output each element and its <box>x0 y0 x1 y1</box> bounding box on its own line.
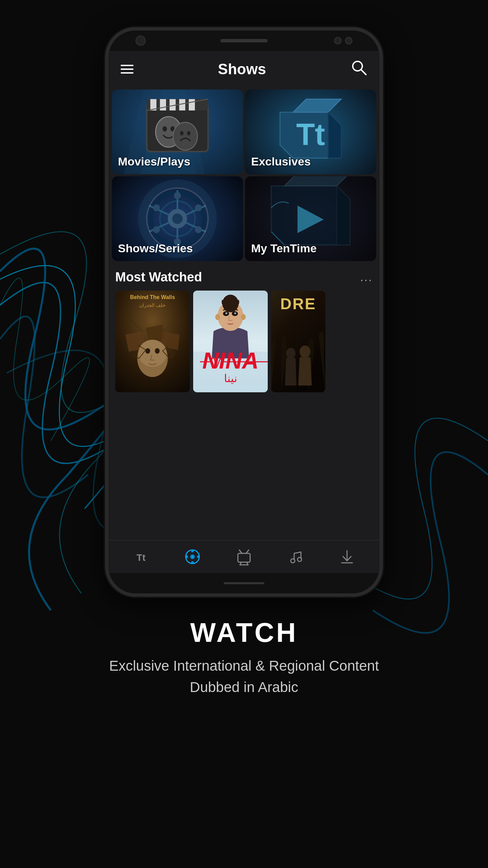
more-options-button[interactable]: ... <box>360 271 373 284</box>
svg-point-34 <box>174 192 181 199</box>
thumbnail-dream[interactable]: DRE <box>271 291 325 392</box>
svg-rect-10 <box>169 99 176 111</box>
sensor-dot-2 <box>345 37 352 44</box>
speaker <box>220 39 268 42</box>
watch-subtitle-line2: Dubbed in Arabic <box>190 679 298 695</box>
svg-text:نینا: نینا <box>224 372 237 384</box>
svg-point-63 <box>241 314 246 320</box>
phone-bottom-bar <box>108 573 380 593</box>
svg-point-82 <box>197 555 200 558</box>
thumbnail-nina[interactable]: NINA نینا <box>193 291 268 392</box>
sensor-dot-1 <box>334 37 342 44</box>
svg-point-19 <box>187 131 190 135</box>
svg-rect-83 <box>238 553 250 562</box>
svg-point-54 <box>155 348 160 354</box>
front-camera <box>136 36 146 46</box>
svg-point-33 <box>172 214 183 224</box>
svg-point-68 <box>222 295 239 312</box>
svg-rect-12 <box>189 99 195 111</box>
app-header: Shows <box>108 51 380 87</box>
header-title: Shows <box>218 61 266 78</box>
svg-point-80 <box>191 561 194 564</box>
svg-point-74 <box>300 346 310 358</box>
svg-text:DRE: DRE <box>280 295 316 313</box>
svg-point-15 <box>163 126 167 131</box>
thumbnails-row: Behind The Walls خلف الجدران <box>115 291 373 392</box>
my-tentime-label: My TenTime <box>251 242 317 255</box>
svg-point-35 <box>195 204 202 211</box>
category-exclusives[interactable]: Tt Exclusives <box>245 90 376 174</box>
exclusives-label: Exclusives <box>251 155 311 168</box>
watch-subtitle-line1: Exclusive International & Regional Conte… <box>109 658 379 674</box>
svg-point-67 <box>234 312 236 314</box>
svg-text:خلف الجدران: خلف الجدران <box>139 302 166 308</box>
tt-logo-icon: Tt <box>131 547 151 567</box>
thumbnail-behind-walls[interactable]: Behind The Walls خلف الجدران <box>115 291 190 392</box>
svg-point-18 <box>180 131 183 135</box>
menu-line-1 <box>121 65 134 66</box>
bottom-navigation: Tt <box>108 540 380 573</box>
watch-title: WATCH <box>109 617 379 648</box>
svg-point-53 <box>145 348 150 354</box>
live-tv-icon <box>234 547 254 567</box>
music-icon <box>285 547 306 567</box>
svg-point-73 <box>286 348 296 359</box>
phone-notch <box>108 31 380 51</box>
bottom-text-section: WATCH Exclusive International & Regional… <box>75 617 413 698</box>
most-watched-section: Most Watched ... <box>108 263 380 396</box>
watch-subtitle: Exclusive International & Regional Conte… <box>109 655 379 698</box>
shows-nav-icon <box>182 547 203 567</box>
nav-live-tv[interactable] <box>234 547 254 567</box>
svg-point-78 <box>191 556 194 558</box>
home-indicator <box>224 582 264 584</box>
svg-line-2 <box>361 70 366 75</box>
svg-text:Behind The Walls: Behind The Walls <box>130 294 175 300</box>
svg-rect-11 <box>179 99 185 111</box>
svg-point-79 <box>191 550 194 552</box>
categories-grid: Movies/Plays <box>108 87 380 263</box>
svg-point-90 <box>298 557 302 561</box>
section-title: Most Watched <box>115 270 202 284</box>
category-my-tentime[interactable]: My TenTime <box>245 176 376 261</box>
svg-point-66 <box>225 312 227 314</box>
svg-point-39 <box>153 204 160 211</box>
svg-point-89 <box>291 559 295 563</box>
download-icon <box>337 547 357 567</box>
most-watched-header: Most Watched ... <box>115 270 373 284</box>
svg-point-62 <box>215 314 220 320</box>
menu-line-2 <box>121 68 134 70</box>
category-shows-series[interactable]: Shows/Series <box>112 176 243 261</box>
search-button[interactable] <box>350 59 367 79</box>
menu-button[interactable] <box>121 65 134 74</box>
svg-point-81 <box>185 555 188 558</box>
nav-shows[interactable] <box>182 547 203 567</box>
svg-text:Tt: Tt <box>137 552 145 563</box>
movies-plays-label: Movies/Plays <box>118 155 190 168</box>
nav-music[interactable] <box>285 547 306 567</box>
svg-rect-9 <box>160 99 166 111</box>
sensors <box>334 37 352 44</box>
menu-line-3 <box>121 72 134 74</box>
nav-download[interactable] <box>337 547 357 567</box>
category-movies-plays[interactable]: Movies/Plays <box>112 90 243 174</box>
svg-point-36 <box>195 226 202 233</box>
nav-tt-logo[interactable]: Tt <box>131 547 151 567</box>
phone-device: Shows <box>105 27 383 597</box>
phone-screen: Shows <box>108 51 380 573</box>
svg-point-38 <box>153 226 160 233</box>
svg-point-52 <box>138 340 167 367</box>
phone-frame: Shows <box>105 27 383 597</box>
shows-series-label: Shows/Series <box>118 242 193 255</box>
svg-text:Tt: Tt <box>296 117 325 152</box>
svg-point-17 <box>173 122 198 151</box>
